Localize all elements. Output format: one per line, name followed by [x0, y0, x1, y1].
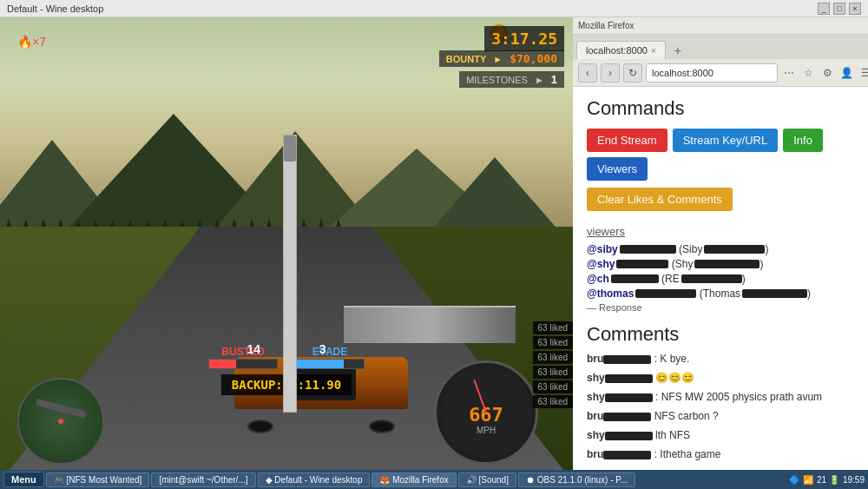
bookmark-icon[interactable]: ☆: [800, 65, 816, 81]
browser-tabs: localhost:8000 × +: [573, 35, 868, 59]
wheel-right: [369, 420, 395, 433]
close-button[interactable]: ×: [849, 3, 861, 15]
browser-toolbar: ‹ › ↻ ⋯ ☆ ⚙ 👤 ☰: [573, 59, 868, 87]
viewer-handle-redacted-4: [635, 289, 696, 298]
comment-author-3: shy: [587, 391, 653, 403]
taskbar-item-firefox[interactable]: 🦊 Mozilla Firefox: [372, 472, 456, 487]
liked-item-1: 63 liked: [533, 321, 573, 334]
browser-menu-icon[interactable]: ☰: [858, 65, 868, 81]
liked-notifications: 63 liked 63 liked 63 liked 63 liked 63 l…: [533, 321, 573, 408]
liked-item-4: 63 liked: [533, 366, 573, 379]
comment-item-2: shy 😊😊😊: [587, 372, 865, 384]
extensions-icon[interactable]: ⚙: [819, 65, 835, 81]
viewer-row-4: @thomas (Thomas ): [587, 287, 865, 300]
end-stream-button[interactable]: End Stream: [587, 129, 667, 152]
milestones-value: 1: [551, 73, 557, 86]
clear-button[interactable]: Clear Likes & Comments: [587, 188, 733, 211]
profile-icon[interactable]: 👤: [838, 65, 854, 81]
speedometer-unit: MPH: [477, 426, 496, 435]
comment-item-5: shy lth NFS: [587, 429, 865, 441]
taskbar-bluetooth-icon: 🔷: [789, 475, 799, 485]
comment-item-6: bru : Ithetha game: [587, 448, 865, 460]
hud-bounty: BOUNTY ► $70,000: [439, 50, 564, 67]
minimap-circle: [17, 378, 104, 465]
progress-item-3: 3: [319, 342, 326, 356]
viewer-name-end-3: ): [742, 273, 746, 285]
comment-text-2: 😊😊😊: [655, 372, 694, 384]
viewer-name-redacted-1: [704, 245, 765, 254]
refresh-button[interactable]: ↻: [623, 63, 642, 83]
url-bar[interactable]: [646, 63, 778, 83]
speedometer-value: 667: [469, 404, 503, 426]
evade-bar-container: [295, 359, 365, 369]
author-redacted-1: [603, 355, 651, 364]
bounty-label: BOUNTY: [446, 54, 486, 64]
taskbar: Menu 🎮 [NFS Most Wanted] [mint@swift ~/O…: [0, 470, 868, 489]
viewer-name-end-2: ): [760, 258, 763, 270]
viewer-name-redacted-3: [681, 274, 742, 283]
viewer-handle-3: @ch: [587, 273, 609, 285]
viewer-name-label-1: (Siby: [676, 243, 703, 255]
progress-number-3: 3: [319, 342, 326, 356]
viewers-button[interactable]: Viewers: [587, 157, 648, 181]
barrier: [344, 306, 516, 343]
milestones-arrow: ►: [535, 75, 544, 85]
minimize-button[interactable]: _: [818, 3, 830, 15]
taskbar-start-button[interactable]: Menu: [3, 472, 44, 487]
comment-text-4: NFS carbon ?: [654, 410, 719, 422]
hud-milestones: MILESTONES ► 1: [459, 71, 564, 88]
viewer-row-2: @shy (Shy ): [587, 258, 865, 270]
comment-author-6: bru: [587, 448, 651, 460]
viewer-row-1: @siby (Siby ): [587, 243, 865, 255]
viewer-name-label-4: (Thomas: [696, 287, 740, 300]
viewers-title: viewers: [587, 225, 865, 238]
taskbar-clock: 19:59: [843, 475, 865, 485]
stream-key-button[interactable]: Stream Key/URL: [673, 129, 779, 152]
info-button[interactable]: Info: [783, 129, 823, 152]
minimap: [17, 378, 104, 465]
viewer-handle-redacted-1: [620, 245, 676, 254]
taskbar-item-terminal[interactable]: [mint@swift ~/Other/...]: [151, 472, 255, 487]
tab-label: localhost:8000: [586, 45, 648, 56]
heat-indicator: 🔥×7: [17, 35, 46, 49]
maximize-button[interactable]: □: [833, 3, 845, 15]
firefox-title: Mozilla Firefox: [578, 21, 634, 30]
bust-bar: [209, 360, 236, 368]
taskbar-item-nfs[interactable]: 🎮 [NFS Most Wanted]: [46, 472, 150, 487]
taskbar-battery: 21 🔋: [817, 475, 839, 485]
viewer-row-3: @ch (RE ): [587, 273, 865, 285]
forward-button[interactable]: ›: [601, 63, 620, 83]
taskbar-item-obs[interactable]: ⏺ OBS 21.1.0 (linux) - P...: [518, 472, 635, 487]
viewer-name-end-4: ): [807, 287, 811, 300]
second-row-buttons: Clear Likes & Comments: [587, 188, 865, 211]
comment-text-5: lth NFS: [655, 429, 690, 441]
liked-item-5: 63 liked: [533, 380, 573, 393]
author-redacted-5: [605, 432, 653, 440]
taskbar-item-sound[interactable]: 🔊 [Sound]: [458, 472, 516, 487]
evade-bar: [296, 360, 344, 368]
viewer-handle-redacted-3: [611, 274, 659, 283]
back-button[interactable]: ‹: [578, 63, 597, 83]
browser-tab-active[interactable]: localhost:8000 ×: [576, 41, 666, 59]
response-link[interactable]: — Response: [587, 302, 865, 313]
viewer-name-redacted-2: [694, 260, 760, 268]
scrollbar[interactable]: [283, 135, 297, 413]
new-tab-button[interactable]: +: [669, 42, 687, 59]
speedometer-dial: 667 MPH: [434, 360, 538, 465]
menu-dots-icon[interactable]: ⋯: [781, 65, 797, 81]
progress-number-1: 14: [247, 342, 260, 356]
car-wheels: [234, 420, 408, 433]
bust-bar-container: [208, 359, 278, 369]
taskbar-wifi-icon: 📶: [803, 475, 813, 485]
minimap-player-dot: [58, 419, 63, 424]
main-area: ⏱ 3:17.25 BOUNTY ► $70,000 MILESTONES ► …: [0, 17, 868, 470]
comment-author-2: shy: [587, 372, 653, 384]
hud-timer: 3:17.25: [484, 26, 564, 51]
taskbar-item-wine[interactable]: ◆ Default - Wine desktop: [258, 472, 371, 487]
minimap-road: [36, 398, 86, 418]
commands-buttons: End Stream Stream Key/URL Info Viewers: [587, 129, 865, 181]
wine-window-controls[interactable]: _ □ ×: [818, 3, 861, 15]
scrollbar-thumb[interactable]: [284, 135, 296, 162]
bounty-arrow: ►: [493, 54, 503, 64]
tab-close-button[interactable]: ×: [651, 46, 656, 56]
